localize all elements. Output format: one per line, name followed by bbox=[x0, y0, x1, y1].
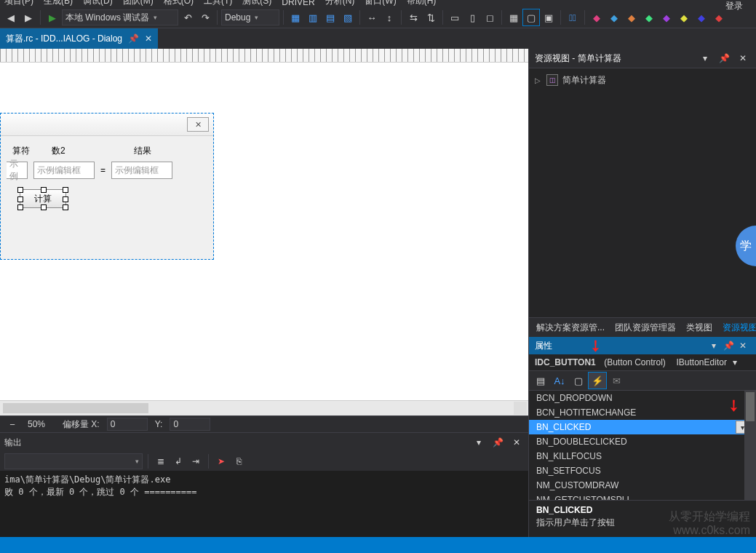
pin-icon[interactable]: 📌 bbox=[128, 33, 139, 44]
tab-dialog-rc[interactable]: 算器.rc - IDD...IALOG - Dialog 📌 ✕ bbox=[0, 28, 158, 49]
align-top-icon[interactable]: ▤ bbox=[322, 9, 338, 25]
menu-item[interactable]: 帮助(H) bbox=[407, 0, 437, 7]
messages-icon[interactable]: ✉ bbox=[608, 373, 625, 389]
output-dropdown-icon[interactable]: ▾ bbox=[471, 435, 486, 450]
menu-item[interactable]: 项目(P) bbox=[4, 0, 33, 7]
event-row-selected[interactable]: BN_CLICKED ▾ bbox=[529, 420, 756, 434]
same-width-icon[interactable]: ▭ bbox=[447, 9, 463, 25]
tool-4-icon[interactable]: ◆ bbox=[641, 9, 657, 25]
output-goto-icon[interactable]: ➤ bbox=[214, 454, 228, 469]
menu-item[interactable]: 分析(N) bbox=[325, 0, 355, 7]
output-clear-icon[interactable]: ≣ bbox=[154, 454, 168, 469]
undo-icon[interactable]: ↶ bbox=[180, 9, 196, 25]
offset-x-input[interactable] bbox=[107, 418, 148, 431]
event-row[interactable]: BCN_HOTITEMCHANGE bbox=[529, 405, 756, 420]
space-v-icon[interactable]: ⇅ bbox=[423, 9, 439, 25]
resource-tree[interactable]: ▷ ◫ 简单计算器 bbox=[529, 68, 756, 317]
tab-class-view[interactable]: 类视图 bbox=[682, 322, 717, 334]
menu-item[interactable]: 生成(B) bbox=[44, 0, 73, 7]
same-size-icon[interactable]: ◻ bbox=[482, 9, 498, 25]
start-debug-icon[interactable]: ▶ bbox=[44, 9, 60, 25]
debugger-combo[interactable]: 本地 Windows 调试器▾ bbox=[62, 9, 178, 25]
props-close-icon[interactable]: ✕ bbox=[736, 338, 750, 353]
properties-page-icon[interactable]: ▢ bbox=[570, 373, 587, 389]
menu-item[interactable]: 窗口(W) bbox=[365, 0, 396, 7]
label-result: 结果 bbox=[134, 145, 151, 157]
resview-close-icon[interactable]: ✕ bbox=[736, 51, 750, 65]
output-indent-icon[interactable]: ⇥ bbox=[188, 454, 203, 469]
tool-2-icon[interactable]: ◆ bbox=[606, 9, 622, 25]
event-row[interactable]: BN_SETFOCUS bbox=[529, 464, 756, 478]
tab-team-explorer[interactable]: 团队资源管理器 bbox=[610, 322, 680, 334]
test-dialog-icon[interactable]: ▶⃞ bbox=[565, 9, 581, 25]
config-combo[interactable]: Debug▾ bbox=[221, 9, 279, 25]
event-row[interactable]: BCN_DROPDOWN bbox=[529, 391, 756, 405]
tab-resource-view[interactable]: 资源视图 bbox=[718, 322, 756, 334]
dialog-preview[interactable]: ✕ 算符 数2 结果 示例 示例编辑框 = 示例编辑框 计算 bbox=[0, 113, 214, 260]
output-text[interactable]: ima\简单计算器\Debug\简单计算器.exe 败 0 个，最新 0 个，跳… bbox=[0, 471, 528, 538]
output-source-combo[interactable]: ▾ bbox=[4, 453, 143, 469]
output-misc-icon[interactable]: ⎘ bbox=[231, 454, 246, 469]
menu-item[interactable]: 格式(O) bbox=[164, 0, 194, 7]
events-scrollbar[interactable] bbox=[744, 391, 756, 500]
zoom-out-icon[interactable]: − bbox=[4, 416, 20, 432]
tree-root[interactable]: ▷ ◫ 简单计算器 bbox=[535, 73, 750, 87]
align-right-icon[interactable]: ▥ bbox=[305, 9, 321, 25]
output-wrap-icon[interactable]: ↲ bbox=[171, 454, 186, 469]
events-icon[interactable]: ⚡ bbox=[589, 373, 606, 389]
forward-icon[interactable]: ▶ bbox=[20, 9, 36, 25]
menu-item[interactable]: 测试(S) bbox=[242, 0, 271, 7]
same-height-icon[interactable]: ▯ bbox=[464, 9, 480, 25]
offset-y-input[interactable] bbox=[170, 418, 210, 431]
menu-item[interactable]: 调试(D) bbox=[83, 0, 113, 7]
resview-pin-icon[interactable]: 📌 bbox=[717, 51, 731, 65]
menu-item[interactable]: 团队(M) bbox=[123, 0, 154, 7]
event-row[interactable]: BN_DOUBLECLICKED bbox=[529, 434, 756, 449]
tool-7-icon[interactable]: ◆ bbox=[693, 9, 709, 25]
dialog-close-icon[interactable]: ✕ bbox=[187, 117, 209, 132]
output-pin-icon[interactable]: 📌 bbox=[490, 435, 505, 450]
dialog-titlebar: ✕ bbox=[1, 114, 213, 136]
props-dropdown-icon[interactable]: ▾ bbox=[707, 338, 721, 353]
scroll-thumb[interactable] bbox=[3, 403, 148, 413]
expand-icon[interactable]: ▷ bbox=[535, 76, 542, 84]
tab-solution-explorer[interactable]: 解决方案资源管... bbox=[532, 322, 609, 334]
alphabetical-icon[interactable]: A↓ bbox=[551, 373, 568, 389]
tool-3-icon[interactable]: ◆ bbox=[624, 9, 640, 25]
calc-button[interactable]: 计算 bbox=[20, 189, 66, 208]
center-h-icon[interactable]: ↔ bbox=[364, 9, 380, 25]
dialog-editor-canvas[interactable]: ✕ 算符 数2 结果 示例 示例编辑框 = 示例编辑框 计算 bbox=[0, 49, 528, 400]
edit-operator[interactable]: 示例 bbox=[7, 162, 28, 179]
categorized-icon[interactable]: ▤ bbox=[532, 373, 549, 389]
tool-6-icon[interactable]: ◆ bbox=[676, 9, 692, 25]
grid-icon[interactable]: ▦ bbox=[506, 9, 522, 25]
menu-item[interactable]: 工具(T) bbox=[204, 0, 232, 7]
tool-1-icon[interactable]: ◆ bbox=[589, 9, 605, 25]
align-bottom-icon[interactable]: ▧ bbox=[340, 9, 356, 25]
event-row[interactable]: BN_KILLFOCUS bbox=[529, 449, 756, 464]
guides-icon[interactable]: ▢ bbox=[523, 9, 539, 25]
resview-dropdown-icon[interactable]: ▾ bbox=[698, 51, 712, 65]
edit-result[interactable]: 示例编辑框 bbox=[111, 162, 172, 179]
props-pin-icon[interactable]: 📌 bbox=[721, 338, 736, 353]
back-icon[interactable]: ◀ bbox=[3, 9, 19, 25]
label-num2: 数2 bbox=[52, 145, 65, 157]
close-icon[interactable]: ✕ bbox=[145, 33, 152, 44]
menu-item[interactable]: DRIVER bbox=[282, 0, 314, 7]
edit-num2[interactable]: 示例编辑框 bbox=[33, 162, 95, 179]
space-h-icon[interactable]: ⇆ bbox=[405, 9, 421, 25]
event-row[interactable]: NM_CUSTOMDRAW bbox=[529, 478, 756, 493]
horizontal-scrollbar[interactable] bbox=[0, 400, 528, 415]
center-v-icon[interactable]: ↕ bbox=[381, 9, 397, 25]
align-left-icon[interactable]: ▦ bbox=[287, 9, 303, 25]
output-close-icon[interactable]: ✕ bbox=[509, 435, 524, 450]
properties-object[interactable]: IDC_BUTTON1 (Button Control) IButtonEdit… bbox=[529, 354, 756, 371]
redo-icon[interactable]: ↷ bbox=[197, 9, 213, 25]
events-list[interactable]: BCN_DROPDOWN BCN_HOTITEMCHANGE BN_CLICKE… bbox=[529, 391, 756, 500]
event-row[interactable]: NM_GETCUSTOMSPLI bbox=[529, 493, 756, 500]
tool-5-icon[interactable]: ◆ bbox=[658, 9, 675, 25]
toggle-icon[interactable]: ▣ bbox=[541, 9, 557, 25]
login-link[interactable]: 登录 bbox=[725, 0, 743, 12]
document-tabs: 算器.rc - IDD...IALOG - Dialog 📌 ✕ bbox=[0, 28, 756, 49]
tool-8-icon[interactable]: ◆ bbox=[711, 9, 727, 25]
